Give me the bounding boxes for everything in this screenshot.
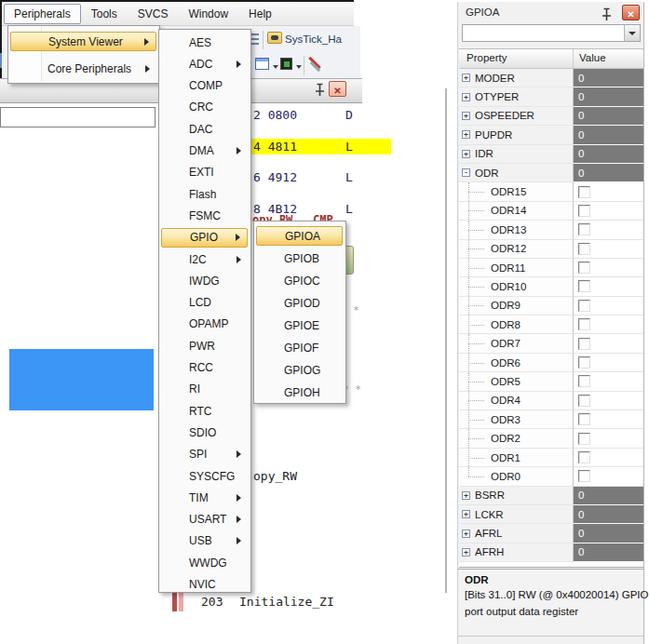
menu-item-gpiof[interactable]: GPIOF [256, 338, 343, 357]
value-cell[interactable]: 0 [573, 145, 643, 164]
bit-row-odr8[interactable]: ODR8 [459, 315, 643, 334]
menu-item-flash[interactable]: Flash [161, 184, 248, 204]
menu-item-dma[interactable]: DMA [161, 141, 248, 161]
menu-item-crc[interactable]: CRC [161, 98, 248, 117]
value-cell[interactable] [573, 202, 643, 221]
property-cell[interactable]: +IDR [459, 145, 573, 164]
checkbox[interactable] [578, 223, 590, 235]
menu-item-nvic[interactable]: NVIC [161, 575, 248, 595]
menu-item-usart[interactable]: USART [161, 510, 248, 530]
property-cell[interactable]: +AFRH [459, 543, 573, 562]
value-cell[interactable] [573, 392, 643, 410]
watch-window-icon[interactable] [255, 58, 269, 70]
expand-icon[interactable]: + [462, 112, 470, 120]
open-folder-icon[interactable] [267, 32, 282, 44]
checkbox[interactable] [578, 451, 590, 463]
close-icon[interactable] [329, 81, 346, 97]
bit-row-odr2[interactable]: ODR2 [459, 429, 643, 448]
menu-item-adc[interactable]: ADC [161, 54, 248, 74]
left-pane-input[interactable] [0, 107, 155, 127]
bit-row-odr15[interactable]: ODR15 [459, 182, 643, 201]
menu-item-lcd[interactable]: LCD [161, 293, 248, 313]
menubar-item-window[interactable]: Window [178, 4, 238, 24]
value-cell[interactable] [573, 449, 643, 467]
chevron-down-icon[interactable] [624, 25, 640, 41]
system-viewer-icon[interactable] [280, 58, 292, 70]
menu-item-gpioc[interactable]: GPIOC [256, 271, 343, 290]
value-cell[interactable] [573, 334, 643, 353]
register-row-pupdr[interactable]: +PUPDR0 [459, 126, 643, 144]
property-cell[interactable]: +BSRR [459, 487, 573, 505]
expand-icon[interactable]: + [462, 130, 470, 139]
property-cell[interactable]: -ODR [459, 164, 573, 182]
menu-item-core-peripherals[interactable]: Core Peripherals [10, 59, 156, 78]
menu-item-ri[interactable]: RI [161, 380, 248, 399]
value-cell[interactable] [573, 240, 643, 259]
checkbox[interactable] [578, 470, 590, 482]
menu-item-syscfg[interactable]: SYSCFG [161, 466, 248, 486]
register-row-bsrr[interactable]: +BSRR0 [459, 487, 643, 505]
menu-item-gpio[interactable]: GPIO [161, 228, 248, 248]
value-cell[interactable] [573, 182, 643, 201]
property-cell[interactable]: ODR5 [459, 372, 573, 391]
menubar-item-tools[interactable]: Tools [81, 4, 128, 24]
value-cell[interactable]: 0 [573, 126, 643, 144]
bit-row-odr13[interactable]: ODR13 [459, 221, 643, 239]
dropdown-arrow-icon[interactable] [296, 65, 302, 69]
bit-row-odr11[interactable]: ODR11 [459, 259, 643, 277]
expand-icon[interactable]: + [462, 548, 470, 557]
close-icon[interactable] [622, 5, 640, 20]
bit-row-odr9[interactable]: ODR9 [459, 297, 643, 315]
menubar-item-help[interactable]: Help [238, 4, 282, 24]
menubar-item-svcs[interactable]: SVCS [128, 4, 179, 24]
value-cell[interactable] [573, 467, 643, 486]
bit-row-odr5[interactable]: ODR5 [459, 372, 643, 391]
property-cell[interactable]: ODR11 [459, 259, 573, 277]
find-text-combobox[interactable]: SysTick_Ha [285, 34, 342, 45]
checkbox[interactable] [578, 262, 590, 274]
bit-row-odr14[interactable]: ODR14 [459, 202, 643, 221]
bit-row-odr10[interactable]: ODR10 [459, 277, 643, 296]
property-cell[interactable]: +AFRL [459, 524, 573, 543]
menu-item-spi[interactable]: SPI [161, 445, 248, 464]
property-cell[interactable]: +MODER [459, 69, 573, 87]
menu-item-aes[interactable]: AES [161, 33, 248, 52]
expand-icon[interactable]: + [462, 93, 470, 101]
register-row-afrh[interactable]: +AFRH0 [459, 543, 643, 562]
menu-item-gpioa[interactable]: GPIOA [256, 226, 343, 246]
value-cell[interactable]: 0 [573, 543, 643, 562]
menu-item-opamp[interactable]: OPAMP [161, 315, 248, 334]
menu-item-i2c[interactable]: I2C [161, 249, 248, 269]
checkbox[interactable] [578, 186, 590, 198]
value-cell[interactable] [573, 372, 643, 391]
bit-row-odr6[interactable]: ODR6 [459, 354, 643, 372]
register-row-moder[interactable]: +MODER0 [459, 69, 643, 87]
register-filter-combobox[interactable] [462, 24, 641, 42]
menu-item-gpiog[interactable]: GPIOG [256, 360, 343, 380]
property-cell[interactable]: ODR1 [459, 449, 573, 467]
value-cell[interactable]: 0 [573, 487, 643, 505]
dropdown-arrow-icon[interactable] [273, 65, 278, 69]
checkbox[interactable] [578, 338, 590, 350]
value-cell[interactable] [573, 221, 643, 239]
value-cell[interactable] [573, 354, 643, 372]
menu-item-gpioh[interactable]: GPIOH [256, 382, 343, 402]
menu-item-exti[interactable]: EXTI [161, 163, 248, 182]
bit-row-odr3[interactable]: ODR3 [459, 410, 643, 429]
property-cell[interactable]: ODR12 [459, 240, 573, 259]
menu-item-gpiob[interactable]: GPIOB [256, 248, 343, 268]
property-cell[interactable]: ODR2 [459, 429, 573, 448]
menu-item-usb[interactable]: USB [161, 531, 248, 551]
value-cell[interactable] [573, 315, 643, 334]
register-row-ospeeder[interactable]: +OSPEEDER0 [459, 107, 643, 126]
value-cell[interactable] [573, 410, 643, 429]
property-cell[interactable]: ODR7 [459, 334, 573, 353]
property-cell[interactable]: ODR14 [459, 202, 573, 221]
menu-item-pwr[interactable]: PWR [161, 336, 248, 356]
menu-item-system-viewer[interactable]: System Viewer [10, 32, 156, 51]
menu-item-comp[interactable]: COMP [161, 76, 248, 96]
property-cell[interactable]: ODR4 [459, 392, 573, 410]
value-cell[interactable] [573, 297, 643, 315]
value-cell[interactable] [573, 277, 643, 296]
property-cell[interactable]: ODR13 [459, 221, 573, 239]
